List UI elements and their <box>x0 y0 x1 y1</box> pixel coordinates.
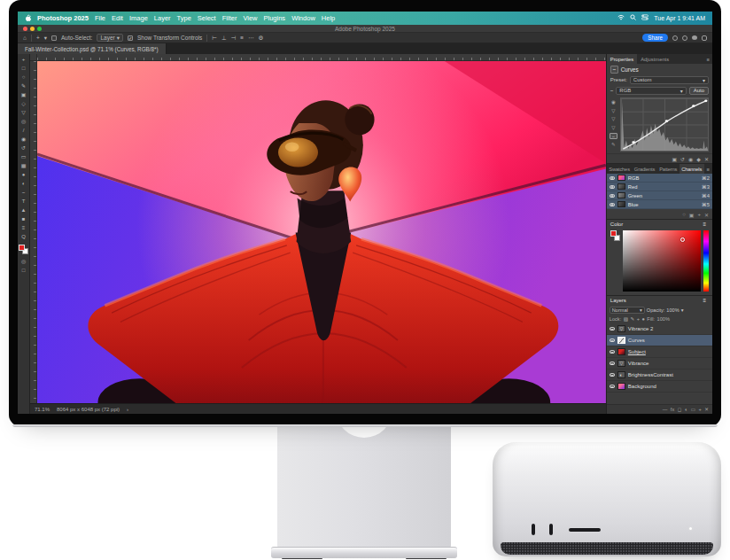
status-chevron-icon[interactable]: › <box>127 407 128 412</box>
menu-layer[interactable]: Layer <box>154 14 171 22</box>
new-layer-icon[interactable]: + <box>699 407 702 412</box>
visibility-eye-icon[interactable] <box>610 373 615 377</box>
layer-row-curves[interactable]: Curves <box>607 335 712 346</box>
visibility-eye-icon[interactable] <box>610 185 615 189</box>
tab-patterns[interactable]: Patterns <box>657 164 680 174</box>
tab-swatches[interactable]: Swatches <box>607 164 633 174</box>
foreground-color-swatch[interactable] <box>610 230 617 237</box>
crop-tool[interactable]: ▣ <box>19 92 28 98</box>
visibility-eye-icon[interactable] <box>610 338 615 342</box>
panel-menu-icon[interactable]: ≡ <box>700 298 709 303</box>
menu-filter[interactable]: Filter <box>222 14 237 22</box>
new-channel-icon[interactable]: + <box>697 212 701 217</box>
lasso-tool[interactable]: ○ <box>19 74 28 81</box>
new-group-icon[interactable]: ▭ <box>691 407 695 412</box>
menu-image[interactable]: Image <box>129 14 148 22</box>
spotlight-search-icon[interactable] <box>630 14 636 22</box>
panel-menu-icon[interactable]: ≡ <box>704 54 712 64</box>
channel-row-blue[interactable]: Blue ⌘5 <box>607 200 712 209</box>
previous-state-icon[interactable]: ◆ <box>696 156 701 162</box>
brush-tool[interactable]: / <box>19 128 28 134</box>
chevron-down-icon[interactable]: ▾ <box>681 307 684 313</box>
load-selection-icon[interactable]: ○ <box>682 212 686 217</box>
gray-point-eyedropper-icon[interactable]: ▽ <box>610 116 617 122</box>
visibility-eye-icon[interactable] <box>610 350 615 354</box>
black-point-eyedropper-icon[interactable]: ▽ <box>610 108 617 114</box>
align-right-icon[interactable]: ⊣ <box>231 35 237 42</box>
clone-stamp-tool[interactable]: ◉ <box>19 136 28 143</box>
layer-effects-icon[interactable]: fx <box>671 407 674 412</box>
gradient-tool[interactable]: ▦ <box>19 163 28 169</box>
saturation-brightness-field[interactable] <box>623 230 701 292</box>
edit-points-icon[interactable]: ~ <box>610 133 617 139</box>
tool-preset-caret-icon[interactable]: ▾ <box>44 35 47 42</box>
layer-row-subject[interactable]: Subject <box>607 346 712 358</box>
discover-bulb-icon[interactable] <box>692 35 697 40</box>
apple-menu-icon[interactable] <box>25 14 31 23</box>
lock-position-icon[interactable]: + <box>637 316 640 322</box>
quick-mask-button[interactable]: ◎ <box>19 259 28 265</box>
channel-row-rgb[interactable]: RGB ⌘2 <box>607 174 712 183</box>
white-point-eyedropper-icon[interactable]: ▽ <box>610 125 617 131</box>
tab-channels[interactable]: Channels <box>680 164 704 174</box>
lock-pixels-icon[interactable]: ✎ <box>630 316 634 322</box>
auto-button[interactable]: Auto <box>689 87 709 95</box>
channel-dropdown[interactable]: RGB ▾ <box>616 87 686 95</box>
channel-row-red[interactable]: Red ⌘3 <box>607 183 712 191</box>
clip-to-layer-icon[interactable]: ▣ <box>672 156 677 162</box>
type-tool[interactable]: T <box>19 198 28 205</box>
tab-gradients[interactable]: Gradients <box>632 164 656 174</box>
eraser-tool[interactable]: ▭ <box>19 154 28 160</box>
preset-dropdown[interactable]: Custom ▾ <box>630 76 709 84</box>
layer-row-background[interactable]: Background <box>607 381 712 393</box>
zoom-tool[interactable]: Q <box>19 234 28 240</box>
menu-help[interactable]: Help <box>322 14 335 22</box>
more-options-icon[interactable]: ⋯ <box>248 35 254 42</box>
quick-selection-tool[interactable]: ✎ <box>19 83 28 89</box>
menu-window[interactable]: Window <box>291 14 315 22</box>
visibility-eye-icon[interactable] <box>610 327 615 331</box>
dodge-tool[interactable]: ◐ <box>19 181 28 187</box>
menu-view[interactable]: View <box>243 14 257 22</box>
wifi-icon[interactable] <box>617 14 625 22</box>
visibility-eye-icon[interactable] <box>610 194 615 198</box>
control-center-icon[interactable] <box>641 14 648 22</box>
color-swatches[interactable] <box>19 245 28 254</box>
fill-value[interactable]: 100% <box>657 316 670 322</box>
marquee-tool[interactable]: □ <box>19 66 28 72</box>
notifications-bell-icon[interactable] <box>672 35 678 41</box>
visibility-icon[interactable]: ◉ <box>688 156 693 162</box>
healing-brush-tool[interactable]: ◎ <box>19 119 28 125</box>
hand-tool[interactable]: ≡ <box>19 225 28 231</box>
share-button[interactable]: Share <box>642 34 668 42</box>
menu-edit[interactable]: Edit <box>112 14 123 22</box>
menubar-clock[interactable]: Tue Apr 1 9:41 AM <box>654 15 705 21</box>
delete-adjustment-icon[interactable]: ✕ <box>704 156 709 162</box>
frame-tool[interactable]: ◇ <box>19 101 28 107</box>
menu-app-name[interactable]: Photoshop 2025 <box>37 14 89 22</box>
move-tool-icon[interactable]: + <box>36 35 40 41</box>
path-selection-tool[interactable]: ▲ <box>19 207 28 214</box>
menu-type[interactable]: Type <box>177 14 191 22</box>
shape-tool[interactable]: ■ <box>19 216 28 222</box>
link-layers-icon[interactable]: — <box>663 407 668 412</box>
pen-tool[interactable]: ~ <box>19 190 28 196</box>
tab-properties[interactable]: Properties <box>607 54 637 64</box>
zoom-level[interactable]: 71.1% <box>35 407 50 412</box>
blur-tool[interactable]: ● <box>19 172 28 178</box>
align-left-icon[interactable]: ⊢ <box>212 35 217 42</box>
home-icon[interactable]: ⌂ <box>23 35 27 41</box>
save-selection-icon[interactable]: ▣ <box>689 212 695 218</box>
draw-curve-pencil-icon[interactable]: ✎ <box>610 142 617 148</box>
visibility-eye-icon[interactable] <box>610 362 615 365</box>
reset-icon[interactable]: ↺ <box>680 156 685 162</box>
eyedropper-tool[interactable]: ▽ <box>19 110 28 116</box>
menu-file[interactable]: File <box>95 14 105 22</box>
visibility-eye-icon[interactable] <box>610 176 615 180</box>
blend-mode-dropdown[interactable]: Normal ▾ <box>610 307 645 314</box>
history-brush-tool[interactable]: ↺ <box>19 145 28 152</box>
curves-graph[interactable] <box>620 97 709 152</box>
visibility-eye-icon[interactable] <box>610 385 615 388</box>
gear-icon[interactable]: ⚙ <box>259 35 264 42</box>
canvas[interactable] <box>37 61 606 403</box>
